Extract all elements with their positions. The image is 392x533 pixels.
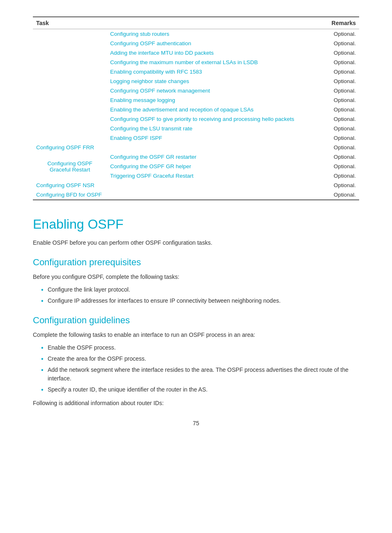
table-row: Configuring the maximum number of extern… (33, 58, 359, 67)
task-desc-cell: Enabling the advertisement and reception… (107, 105, 324, 114)
remarks-cell: Optional. (324, 181, 359, 190)
task-left-cell (33, 48, 107, 58)
config-prereqs-title: Configuration prerequisites (33, 257, 359, 268)
table-row: Configuring OSPF to give priority to rec… (33, 114, 359, 124)
task-link[interactable]: Configuring OSPF authentication (110, 40, 191, 46)
config-guidelines-list: Enable the OSPF process.Create the area … (33, 343, 359, 394)
table-row: Enabling the advertisement and reception… (33, 105, 359, 114)
table-row: Adding the interface MTU into DD packets… (33, 48, 359, 58)
col-task-desc-header (107, 17, 324, 29)
remarks-cell: Optional. (324, 76, 359, 86)
task-left-cell (33, 39, 107, 48)
remarks-cell: Optional. (324, 48, 359, 58)
task-link[interactable]: Configuring OSPF NSR (36, 182, 95, 188)
table-row: Configuring BFD for OSPFOptional. (33, 190, 359, 200)
task-link[interactable]: Configuring the maximum number of extern… (110, 59, 258, 65)
remarks-cell: Optional. (324, 152, 359, 162)
task-left-cell (33, 133, 107, 143)
task-left-cell: Configuring OSPF Graceful Restart (33, 152, 107, 181)
task-left-cell[interactable]: Configuring OSPF FRR (33, 143, 324, 152)
enabling-ospf-title: Enabling OSPF (33, 217, 359, 232)
config-guidelines-intro: Complete the following tasks to enable a… (33, 331, 359, 339)
graceful-restart-link[interactable]: Configuring OSPF Graceful Restart (47, 160, 92, 173)
table-row: Enabling message loggingOptional. (33, 95, 359, 105)
list-item: Configure the link layer protocol. (41, 285, 359, 294)
task-desc-cell: Logging neighbor state changes (107, 76, 324, 86)
table-row: Configuring the LSU transmit rateOptiona… (33, 124, 359, 133)
task-left-cell (33, 67, 107, 76)
task-link[interactable]: Configuring stub routers (110, 31, 169, 37)
task-left-cell[interactable]: Configuring OSPF NSR (33, 181, 324, 190)
task-link[interactable]: Triggering OSPF Graceful Restart (110, 173, 194, 179)
task-link[interactable]: Logging neighbor state changes (110, 78, 189, 84)
task-link[interactable]: Adding the interface MTU into DD packets (110, 50, 214, 56)
page-number: 75 (33, 420, 359, 426)
task-desc-cell: Configuring stub routers (107, 29, 324, 39)
task-link[interactable]: Enabling the advertisement and reception… (110, 107, 254, 113)
task-desc-cell: Configuring OSPF network management (107, 86, 324, 95)
task-desc-cell: Enabling message logging (107, 95, 324, 105)
task-desc-cell: Configuring the OSPF GR helper (107, 162, 324, 171)
task-link[interactable]: Configuring OSPF to give priority to rec… (110, 116, 294, 122)
col-task-header: Task (33, 17, 107, 29)
config-prereqs-list: Configure the link layer protocol.Config… (33, 285, 359, 305)
remarks-cell: Optional. (324, 95, 359, 105)
table-row: Configuring OSPF Graceful RestartConfigu… (33, 152, 359, 162)
task-link[interactable]: Enabling compatibility with RFC 1583 (110, 69, 202, 75)
col-remarks-header: Remarks (324, 17, 359, 29)
remarks-cell: Optional. (324, 39, 359, 48)
list-item: Configure IP addresses for interfaces to… (41, 297, 359, 305)
remarks-cell: Optional. (324, 190, 359, 200)
task-left-cell (33, 86, 107, 95)
remarks-cell: Optional. (324, 105, 359, 114)
task-link[interactable]: Enabling OSPF ISPF (110, 135, 162, 141)
task-desc-cell: Configuring the OSPF GR restarter (107, 152, 324, 162)
task-desc-cell: Triggering OSPF Graceful Restart (107, 171, 324, 181)
task-desc-cell: Enabling OSPF ISPF (107, 133, 324, 143)
task-desc-cell: Adding the interface MTU into DD packets (107, 48, 324, 58)
task-left-cell (33, 76, 107, 86)
table-row: Enabling OSPF ISPFOptional. (33, 133, 359, 143)
remarks-cell: Optional. (324, 58, 359, 67)
config-prereqs-intro: Before you configure OSPF, complete the … (33, 273, 359, 281)
task-left-cell (33, 58, 107, 67)
remarks-cell: Optional. (324, 143, 359, 152)
task-link[interactable]: Configuring the OSPF GR helper (110, 163, 191, 169)
task-left-cell (33, 95, 107, 105)
task-left-cell (33, 105, 107, 114)
task-left-cell (33, 124, 107, 133)
remarks-cell: Optional. (324, 124, 359, 133)
table-row: Enabling compatibility with RFC 1583Opti… (33, 67, 359, 76)
task-link[interactable]: Configuring OSPF network management (110, 88, 210, 94)
task-link[interactable]: Enabling message logging (110, 97, 175, 103)
task-link[interactable]: Configuring the LSU transmit rate (110, 125, 192, 132)
task-link[interactable]: Configuring BFD for OSPF (36, 192, 102, 198)
list-item: Enable the OSPF process. (41, 343, 359, 352)
task-link[interactable]: Configuring OSPF FRR (36, 144, 94, 151)
remarks-cell: Optional. (324, 86, 359, 95)
remarks-cell: Optional. (324, 67, 359, 76)
task-left-cell (33, 114, 107, 124)
config-guidelines-footer: Following is additional information abou… (33, 399, 359, 408)
list-item: Specify a router ID, the unique identifi… (41, 385, 359, 394)
table-row: Configuring OSPF FRROptional. (33, 143, 359, 152)
task-desc-cell: Configuring the LSU transmit rate (107, 124, 324, 133)
remarks-cell: Optional. (324, 171, 359, 181)
task-left-cell[interactable]: Configuring BFD for OSPF (33, 190, 324, 200)
remarks-cell: Optional. (324, 162, 359, 171)
task-left-cell (33, 29, 107, 39)
table-row: Configuring stub routersOptional. (33, 29, 359, 39)
list-item: Add the network segment where the interf… (41, 366, 359, 383)
task-desc-cell: Enabling compatibility with RFC 1583 (107, 67, 324, 76)
table-row: Configuring OSPF NSROptional. (33, 181, 359, 190)
table-row: Configuring OSPF authenticationOptional. (33, 39, 359, 48)
task-link[interactable]: Configuring the OSPF GR restarter (110, 154, 196, 160)
enabling-ospf-intro: Enable OSPF before you can perform other… (33, 239, 359, 247)
list-item: Create the area for the OSPF process. (41, 355, 359, 363)
table-row: Logging neighbor state changesOptional. (33, 76, 359, 86)
config-guidelines-title: Configuration guidelines (33, 315, 359, 326)
table-row: Configuring OSPF network managementOptio… (33, 86, 359, 95)
task-desc-cell: Configuring OSPF to give priority to rec… (107, 114, 324, 124)
remarks-cell: Optional. (324, 29, 359, 39)
task-table: Task Remarks Configuring stub routersOpt… (33, 16, 359, 200)
